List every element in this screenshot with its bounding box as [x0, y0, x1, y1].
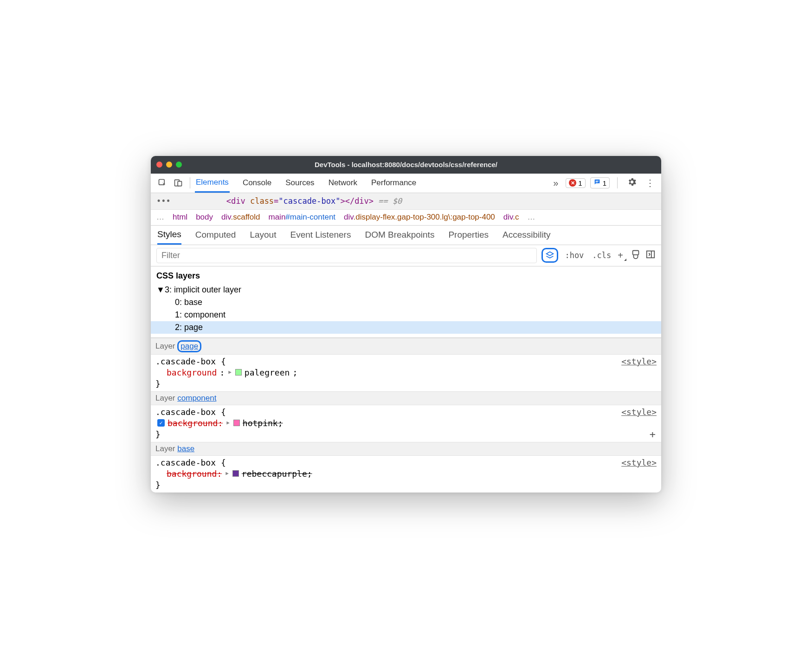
collapsed-indicator-icon: ••• [156, 196, 171, 206]
rule-layer-header: Layer base [151, 442, 661, 456]
color-swatch[interactable] [233, 420, 240, 426]
styles-filter-input[interactable] [156, 248, 537, 263]
svg-rect-3 [595, 181, 599, 181]
settings-icon[interactable] [625, 177, 639, 189]
css-property: background [167, 366, 217, 379]
subtab-styles[interactable]: Styles [157, 226, 181, 245]
style-rule[interactable]: <style> .cascade-box { ✓ background: ▶ h… [151, 405, 661, 442]
layer-link-page[interactable]: page [180, 342, 198, 350]
layer-label-text: Layer [155, 394, 175, 403]
tab-sources[interactable]: Sources [284, 174, 315, 193]
add-declaration-button[interactable]: + [650, 428, 656, 440]
layer-link-base[interactable]: base [177, 444, 194, 454]
color-swatch[interactable] [235, 369, 242, 376]
layer-root-label: 3: implicit outer layer [165, 285, 241, 295]
css-declaration[interactable]: ✓ background: ▶ hotpink; [155, 417, 657, 429]
style-rule[interactable]: <style> .cascade-box { background: ▶ reb… [151, 456, 661, 492]
rule-source-link[interactable]: <style> [621, 356, 657, 366]
expand-shorthand-icon[interactable]: ▶ [226, 470, 229, 478]
subtab-accessibility[interactable]: Accessibility [503, 226, 550, 245]
breadcrumb: … html body div.scaffold main#main-conte… [151, 210, 661, 226]
message-icon [593, 178, 601, 188]
errors-count: 1 [578, 179, 582, 187]
css-property: background: [167, 467, 222, 480]
errors-badge[interactable]: ✕ 1 [566, 178, 585, 188]
subtab-layout[interactable]: Layout [250, 226, 276, 245]
crumb-div-scaffold[interactable]: div.scaffold [221, 213, 260, 222]
color-swatch[interactable] [232, 470, 239, 477]
crumb-div-flex[interactable]: div.display-flex.gap-top-300.lg\:gap-top… [344, 213, 495, 222]
rule-source-link[interactable]: <style> [621, 458, 657, 467]
html-attr-value: "cascade-box" [278, 196, 340, 206]
rule-selector: .cascade-box { [155, 407, 657, 417]
css-declaration[interactable]: background: ▶ palegreen; [155, 366, 657, 379]
subtab-event-listeners[interactable]: Event Listeners [290, 226, 351, 245]
selected-ref: == $0 [378, 196, 402, 206]
html-tag: <div [226, 196, 245, 206]
more-tabs-button[interactable]: » [550, 178, 561, 188]
declaration-checkbox[interactable]: ✓ [157, 419, 165, 427]
rule-source-link[interactable]: <style> [621, 407, 657, 417]
html-attr-name: class [250, 196, 274, 206]
tab-performance[interactable]: Performance [370, 174, 417, 193]
window-title: DevTools - localhost:8080/docs/devtools/… [151, 161, 661, 168]
messages-badge[interactable]: 1 [590, 177, 610, 188]
device-toolbar-icon[interactable] [171, 176, 185, 190]
tab-elements[interactable]: Elements [195, 174, 230, 193]
new-style-rule-button[interactable]: + [618, 250, 626, 261]
expand-shorthand-icon[interactable]: ▶ [228, 369, 232, 376]
css-layers-title: CSS layers [151, 266, 661, 284]
rendering-emulations-icon[interactable] [631, 249, 641, 262]
chevron-down-icon: ▼ [156, 285, 163, 295]
crumb-html[interactable]: html [173, 213, 187, 222]
hover-states-button[interactable]: :hov [563, 251, 586, 260]
toggle-css-layers-button[interactable] [541, 248, 558, 263]
svg-rect-2 [178, 181, 181, 186]
rule-closing: } [155, 379, 657, 389]
css-declaration[interactable]: background: ▶ rebeccapurple; [155, 467, 657, 480]
tab-network[interactable]: Network [328, 174, 358, 193]
breadcrumb-overflow-right[interactable]: … [528, 213, 535, 222]
crumb-div-c[interactable]: div.c [503, 213, 519, 222]
layer-root[interactable]: ▼ 3: implicit outer layer [156, 284, 656, 296]
main-toolbar: Elements Console Sources Network Perform… [151, 174, 661, 193]
styles-subtabs: Styles Computed Layout Event Listeners D… [151, 226, 661, 245]
selected-element-html[interactable]: ••• <div class = "cascade-box" ></div> =… [151, 193, 661, 210]
element-classes-button[interactable]: .cls [590, 251, 613, 260]
separator [190, 177, 190, 188]
subtab-computed[interactable]: Computed [195, 226, 236, 245]
layer-link-component[interactable]: component [177, 394, 216, 403]
rule-closing: } [155, 480, 657, 490]
rule-selector: .cascade-box { [155, 458, 657, 467]
expand-shorthand-icon[interactable]: ▶ [226, 419, 230, 427]
rule-layer-header: Layer page [151, 338, 661, 355]
html-close: ></div> [340, 196, 374, 206]
css-value: palegreen [245, 366, 290, 379]
rule-selector: .cascade-box { [155, 356, 657, 366]
css-value: rebeccapurple; [242, 467, 312, 480]
subtab-properties[interactable]: Properties [448, 226, 489, 245]
kebab-menu-icon[interactable]: ⋮ [644, 177, 657, 188]
breadcrumb-overflow-left[interactable]: … [156, 213, 164, 222]
tab-console[interactable]: Console [242, 174, 272, 193]
layer-label-text: Layer [155, 342, 175, 351]
style-rule[interactable]: <style> .cascade-box { background: ▶ pal… [151, 355, 661, 391]
crumb-body[interactable]: body [196, 213, 213, 222]
layer-item-base[interactable]: 0: base [156, 296, 656, 309]
computed-sidebar-icon[interactable] [645, 249, 656, 262]
svg-rect-5 [633, 250, 639, 254]
css-value: hotpink; [243, 417, 283, 429]
subtab-dom-breakpoints[interactable]: DOM Breakpoints [365, 226, 434, 245]
error-icon: ✕ [569, 179, 576, 187]
styles-filter-bar: :hov .cls + [151, 245, 661, 266]
crumb-main[interactable]: main#main-content [269, 213, 336, 222]
messages-count: 1 [603, 179, 606, 187]
css-property: background: [168, 417, 223, 429]
svg-rect-4 [595, 181, 598, 182]
titlebar: DevTools - localhost:8080/docs/devtools/… [151, 156, 661, 174]
inspect-element-icon[interactable] [155, 176, 169, 190]
layer-item-page[interactable]: 2: page [151, 321, 661, 334]
separator [617, 177, 618, 188]
layer-item-component[interactable]: 1: component [156, 309, 656, 321]
main-tabs: Elements Console Sources Network Perform… [195, 174, 417, 193]
